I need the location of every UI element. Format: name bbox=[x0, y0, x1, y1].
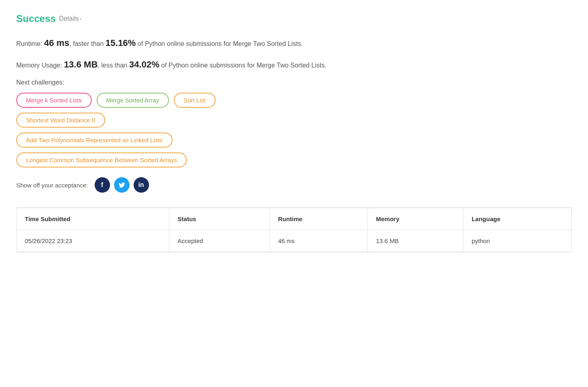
col-runtime: Runtime bbox=[270, 208, 368, 230]
cell-language: python bbox=[463, 230, 571, 252]
col-memory: Memory bbox=[368, 208, 463, 230]
memory-prefix: Memory Usage: bbox=[16, 62, 64, 69]
runtime-suffix: of Python online submissions for Merge T… bbox=[136, 40, 303, 47]
linkedin-button[interactable]: in bbox=[134, 177, 149, 193]
header-section: Success Details › bbox=[16, 13, 572, 24]
memory-line: Memory Usage: 13.6 MB, less than 34.02% … bbox=[16, 57, 572, 72]
memory-pct: 34.02% bbox=[129, 59, 160, 70]
runtime-value: 46 ms bbox=[44, 38, 69, 48]
runtime-prefix: Runtime: bbox=[16, 40, 44, 47]
col-time-submitted: Time Submitted bbox=[17, 208, 169, 230]
cell-runtime: 46 ms bbox=[270, 230, 368, 252]
details-label: Details bbox=[59, 15, 79, 22]
col-status: Status bbox=[169, 208, 270, 230]
challenge-pill[interactable]: Sort List bbox=[174, 93, 216, 108]
memory-middle: , less than bbox=[98, 62, 129, 69]
submissions-table-wrapper: Time Submitted Status Runtime Memory Lan… bbox=[16, 208, 572, 252]
cell-status[interactable]: Accepted bbox=[169, 230, 270, 252]
submissions-table: Time Submitted Status Runtime Memory Lan… bbox=[17, 208, 571, 252]
cell-memory: 13.6 MB bbox=[368, 230, 463, 252]
memory-value: 13.6 MB bbox=[64, 59, 97, 70]
runtime-middle: , faster than bbox=[69, 40, 106, 47]
runtime-line: Runtime: 46 ms, faster than 15.16% of Py… bbox=[16, 36, 572, 50]
cell-time-submitted: 05/26/2022 23:23 bbox=[17, 230, 169, 252]
challenge-pill[interactable]: Add Two Polynomials Represented as Linke… bbox=[16, 133, 173, 148]
challenges-row-1: Merge k Sorted ListsMerge Sorted ArraySo… bbox=[16, 93, 572, 108]
challenge-pill[interactable]: Merge Sorted Array bbox=[97, 93, 169, 108]
success-label: Success bbox=[16, 13, 56, 24]
challenge-pill[interactable]: Merge k Sorted Lists bbox=[16, 93, 92, 108]
challenges-row-4: Longest Common Subsequence Between Sorte… bbox=[16, 152, 572, 167]
runtime-pct: 15.16% bbox=[106, 38, 136, 48]
social-icons-group: f in bbox=[95, 177, 149, 193]
twitter-button[interactable] bbox=[114, 177, 130, 193]
chevron-icon: › bbox=[80, 16, 81, 22]
challenge-pill[interactable]: Longest Common Subsequence Between Sorte… bbox=[16, 152, 187, 167]
memory-suffix: of Python online submissions for Merge T… bbox=[160, 62, 326, 69]
table-header-row: Time Submitted Status Runtime Memory Lan… bbox=[17, 208, 571, 230]
challenges-container: Merge k Sorted ListsMerge Sorted ArraySo… bbox=[16, 93, 572, 167]
facebook-button[interactable]: f bbox=[95, 177, 110, 193]
social-section: Show off your acceptance: f in bbox=[16, 177, 572, 193]
col-language: Language bbox=[463, 208, 571, 230]
challenges-row-3: Add Two Polynomials Represented as Linke… bbox=[16, 133, 572, 148]
challenge-pill[interactable]: Shortest Word Distance II bbox=[16, 113, 105, 128]
challenges-row-2: Shortest Word Distance II bbox=[16, 113, 572, 128]
social-label: Show off your acceptance: bbox=[16, 182, 88, 189]
details-link[interactable]: Details › bbox=[59, 15, 81, 22]
next-challenges-label: Next challenges: bbox=[16, 79, 572, 86]
table-row: 05/26/2022 23:23Accepted46 ms13.6 MBpyth… bbox=[17, 230, 571, 252]
